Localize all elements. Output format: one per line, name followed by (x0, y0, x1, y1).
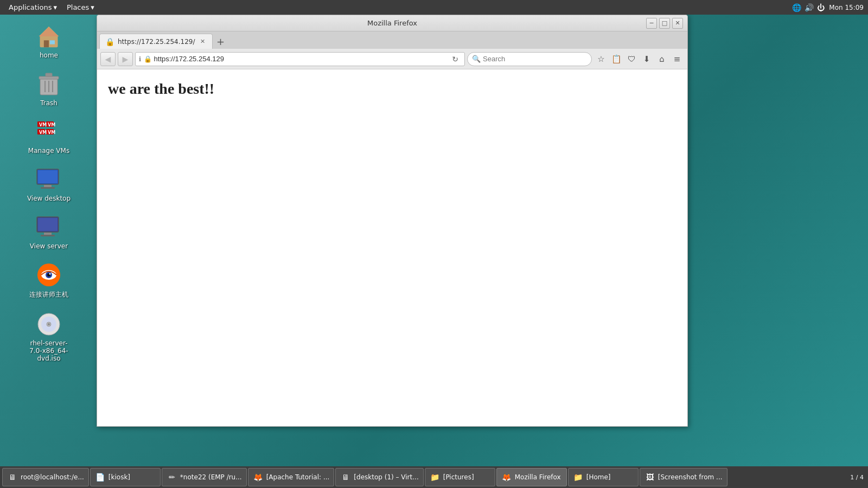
svg-rect-1 (44, 40, 49, 47)
power-icon: ⏻ (817, 3, 825, 12)
toolbar-icons: ☆ 📋 🛡 ⬇ ⌂ ≡ (594, 52, 684, 66)
svg-rect-22 (41, 187, 55, 189)
taskbar-apache[interactable]: 🦊 [Apache Tutorial: ... (248, 468, 335, 486)
top-panel: Applications ▾ Places ▾ 🌐 🔊 ⏻ Mon 15:09 (0, 0, 868, 15)
search-bar[interactable]: 🔍 (467, 52, 592, 66)
eye-icon (36, 262, 62, 288)
pocket-button[interactable]: 🛡 (624, 52, 639, 66)
desktop-icon-home[interactable]: home (22, 20, 76, 62)
view-desktop-label: View desktop (27, 195, 71, 202)
clock: Mon 15:09 (829, 4, 864, 11)
svg-point-31 (49, 273, 51, 275)
svg-rect-21 (44, 185, 52, 187)
folder-icon: 📁 (430, 472, 441, 483)
desktop-icon-view-server[interactable]: View server (22, 211, 76, 253)
view-server-label: View server (30, 242, 68, 250)
taskbar-kiosk[interactable]: 📄 [kiosk] (90, 468, 161, 486)
desktop-icon-trash[interactable]: Trash (22, 68, 76, 110)
browser-content: we are the best!! (97, 69, 687, 426)
applications-menu[interactable]: Applications ▾ (4, 2, 61, 12)
taskbar-desktop1[interactable]: 🖥 [desktop (1) – Virt... (335, 468, 423, 486)
bookmark-star-button[interactable]: ☆ (594, 52, 608, 66)
svg-point-35 (48, 323, 50, 325)
edit-icon: ✏ (167, 472, 177, 483)
rhel-iso-label: rhel-server-7.0-x86_64-dvd.iso (25, 339, 73, 362)
network-icon: 🌐 (792, 3, 801, 12)
taskbar-pictures[interactable]: 📁 [Pictures] (425, 468, 495, 486)
taskbar-right: 1 / 4 (850, 474, 866, 481)
page-count: 1 / 4 (850, 474, 864, 481)
terminal-icon: 🖥 (7, 472, 18, 483)
close-button[interactable]: ✕ (672, 18, 683, 29)
svg-rect-24 (38, 218, 58, 231)
tab-close-button[interactable]: ✕ (198, 37, 207, 46)
file-icon: 📄 (95, 472, 106, 483)
firefox-task-icon: 🦊 (501, 472, 512, 483)
download-button[interactable]: ⬇ (640, 52, 654, 66)
svg-marker-4 (39, 28, 59, 37)
svg-rect-26 (41, 235, 55, 236)
svg-text:VM: VM (48, 130, 55, 135)
browser-title: Mozilla Firefox (367, 19, 417, 27)
new-tab-button[interactable]: + (214, 35, 227, 48)
svg-rect-6 (39, 76, 59, 79)
manage-vms-label: Manage VMs (28, 147, 69, 155)
svg-text:VM: VM (39, 130, 47, 135)
address-input[interactable] (154, 55, 447, 63)
svg-rect-25 (44, 233, 52, 235)
tab-label: https://172.25.254.129/ (118, 38, 195, 46)
maximize-button[interactable]: □ (659, 18, 670, 29)
home-icon (36, 23, 62, 49)
back-button[interactable]: ◀ (100, 52, 116, 66)
desktop-icon-view-desktop[interactable]: View desktop (22, 163, 76, 206)
places-menu[interactable]: Places ▾ (62, 2, 99, 12)
home-task-icon: 📁 (573, 472, 584, 483)
search-icon: 🔍 (472, 55, 481, 63)
monitor-icon (36, 166, 62, 192)
forward-button[interactable]: ▶ (118, 52, 133, 66)
trash-label: Trash (40, 99, 58, 107)
taskbar-screenshot[interactable]: 🖼 [Screenshot from ... (640, 468, 727, 486)
image-icon: 🖼 (644, 472, 655, 483)
window-controls: ─ □ ✕ (646, 18, 683, 29)
top-left-menu: Applications ▾ Places ▾ (4, 2, 99, 12)
taskbar-note22[interactable]: ✏ *note22 (EMP /ru... (162, 468, 247, 486)
info-icon: ℹ (139, 55, 142, 63)
home-nav-button[interactable]: ⌂ (655, 52, 669, 66)
browser-navbar: ◀ ▶ ℹ 🔒 ↻ 🔍 ☆ 📋 🛡 ⬇ ⌂ ≡ (97, 49, 687, 69)
svg-text:VM: VM (39, 123, 47, 127)
chevron-down-icon: ▾ (91, 3, 94, 11)
taskbar-terminal[interactable]: 🖥 root@localhost:/e... (2, 468, 89, 486)
taskbar-firefox[interactable]: 🦊 Mozilla Firefox (496, 468, 567, 486)
volume-icon: 🔊 (805, 3, 814, 12)
lock-icon: 🔒 (144, 55, 152, 63)
desktop-icon-task: 🖥 (340, 472, 351, 483)
disc-icon (36, 311, 62, 337)
reload-button[interactable]: ↻ (449, 53, 461, 65)
bookmark-list-button[interactable]: 📋 (609, 52, 623, 66)
top-right-area: 🌐 🔊 ⏻ Mon 15:09 (792, 3, 864, 12)
taskbar-home[interactable]: 📁 [Home] (568, 468, 639, 486)
connect-teacher-label: 连接讲师主机 (29, 290, 68, 299)
address-bar[interactable]: ℹ 🔒 ↻ (135, 52, 465, 66)
menu-button[interactable]: ≡ (670, 52, 684, 66)
taskbar: 🖥 root@localhost:/e... 📄 [kiosk] ✏ *note… (0, 466, 868, 488)
desktop-icon-rhel-iso[interactable]: rhel-server-7.0-x86_64-dvd.iso (22, 308, 76, 365)
chevron-down-icon: ▾ (53, 3, 57, 11)
desktop-icon-manage-vms[interactable]: VM VM VM VM Manage VMs (22, 115, 76, 158)
desktop-icon-connect-teacher[interactable]: 连接讲师主机 (22, 259, 76, 303)
trash-icon (36, 71, 62, 97)
minimize-button[interactable]: ─ (646, 18, 657, 29)
svg-text:VM: VM (48, 123, 55, 127)
vm-icon: VM VM VM VM (36, 119, 62, 145)
browser-tabbar: 🔒 https://172.25.254.129/ ✕ + (97, 31, 687, 49)
search-input[interactable] (483, 55, 587, 63)
svg-rect-20 (38, 170, 58, 183)
svg-rect-7 (46, 73, 52, 76)
firefox-icon: 🦊 (253, 472, 264, 483)
server-monitor-icon (36, 214, 62, 240)
tab-favicon: 🔒 (105, 37, 114, 46)
browser-tab-active[interactable]: 🔒 https://172.25.254.129/ ✕ (99, 34, 213, 49)
home-label: home (40, 52, 58, 59)
browser-titlebar: Mozilla Firefox ─ □ ✕ (97, 15, 687, 31)
